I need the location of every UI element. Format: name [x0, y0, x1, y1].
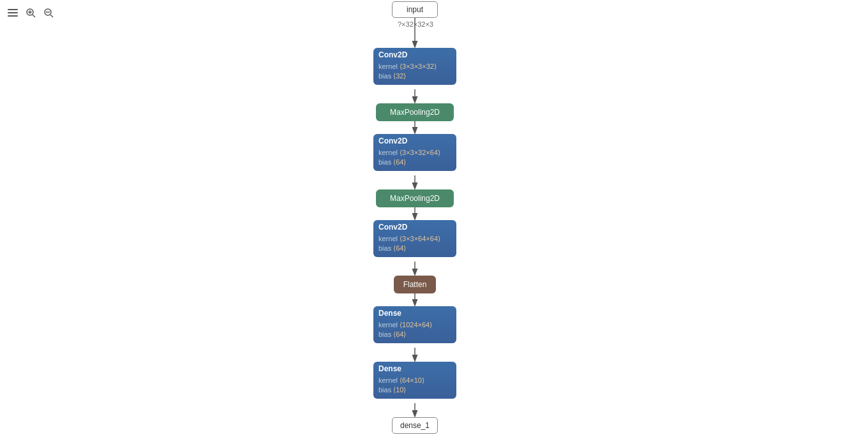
conv2d-3-body: kernel ⟨3×3×64×64⟩ bias ⟨64⟩ — [373, 233, 456, 257]
dense-2-node[interactable]: Dense kernel ⟨64×10⟩ bias ⟨10⟩ — [373, 362, 456, 399]
graph-content: input ?×32×32×3 Conv2D kernel ⟨3×3×3×32⟩… — [0, 0, 868, 444]
input-node[interactable]: input — [392, 1, 438, 18]
conv2d-3-node[interactable]: Conv2D kernel ⟨3×3×64×64⟩ bias ⟨64⟩ — [373, 220, 456, 257]
maxpool-1-label: MaxPooling2D — [390, 108, 440, 117]
maxpool-1-node[interactable]: MaxPooling2D — [376, 103, 454, 121]
conv2d-2-node[interactable]: Conv2D kernel ⟨3×3×32×64⟩ bias ⟨64⟩ — [373, 134, 456, 171]
conv2d-1-body: kernel ⟨3×3×3×32⟩ bias ⟨32⟩ — [373, 61, 456, 85]
maxpool-2-label: MaxPooling2D — [390, 194, 440, 203]
conv2d-2-body: kernel ⟨3×3×32×64⟩ bias ⟨64⟩ — [373, 147, 456, 171]
dense-1-title: Dense — [373, 306, 456, 319]
dense-1-node[interactable]: Dense kernel ⟨1024×64⟩ bias ⟨64⟩ — [373, 306, 456, 343]
dense-2-body: kernel ⟨64×10⟩ bias ⟨10⟩ — [373, 374, 456, 399]
conv2d-3-title: Conv2D — [373, 220, 456, 233]
graph-canvas[interactable]: input ?×32×32×3 Conv2D kernel ⟨3×3×3×32⟩… — [0, 0, 868, 444]
dense-1-output-label: dense_1 — [400, 421, 430, 430]
maxpool-2-node[interactable]: MaxPooling2D — [376, 189, 454, 207]
conv2d-1-title: Conv2D — [373, 48, 456, 61]
dense-1-body: kernel ⟨1024×64⟩ bias ⟨64⟩ — [373, 319, 456, 343]
dense-1-output-node[interactable]: dense_1 — [392, 417, 438, 434]
flatten-label: Flatten — [403, 280, 427, 289]
conv2d-2-title: Conv2D — [373, 134, 456, 147]
flatten-node[interactable]: Flatten — [394, 276, 436, 293]
input-node-label: input — [407, 5, 423, 14]
conv2d-1-node[interactable]: Conv2D kernel ⟨3×3×3×32⟩ bias ⟨32⟩ — [373, 48, 456, 85]
input-shape-label: ?×32×32×3 — [393, 20, 438, 28]
dense-2-title: Dense — [373, 362, 456, 374]
